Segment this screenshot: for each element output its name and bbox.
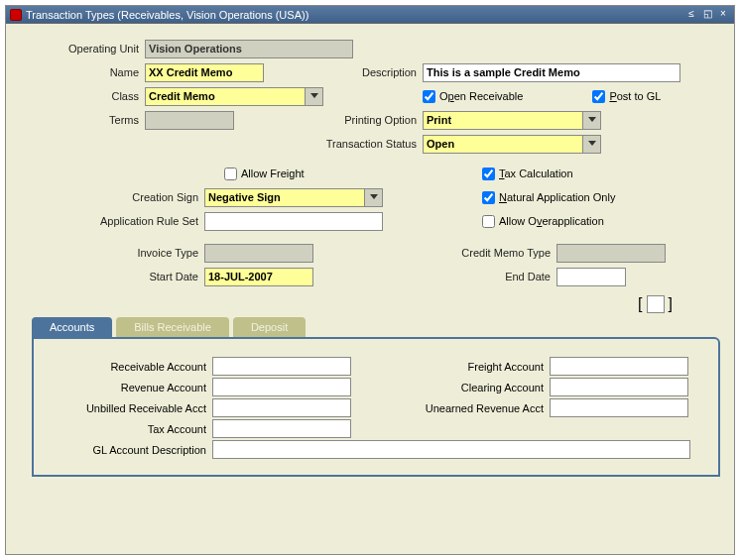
terms-label: Terms [26,114,145,126]
end-date-label: End Date [313,271,556,282]
natural-application-input[interactable] [482,191,495,204]
application-rule-set-field[interactable] [204,212,383,231]
unbilled-receivable-acct-label: Unbilled Receivable Acct [54,402,212,414]
credit-memo-type-field[interactable] [556,244,666,263]
creation-sign-select[interactable] [204,188,383,207]
receivable-account-field[interactable] [212,357,351,376]
tab-deposit[interactable]: Deposit [233,317,306,337]
post-to-gl-checkbox[interactable]: Post to GL [592,90,661,103]
tax-account-label: Tax Account [54,423,212,435]
open-receivable-checkbox[interactable]: Open Receivable [423,90,523,103]
printing-option-select[interactable] [423,111,601,130]
gl-account-description-label: GL Account Description [54,444,212,456]
allow-freight-checkbox[interactable]: Allow Freight [224,168,423,180]
transaction-types-window: Transaction Types (Receivables, Vision O… [5,5,735,555]
tax-account-field[interactable] [212,419,351,438]
open-receivable-input[interactable] [423,90,435,103]
terms-field[interactable] [145,111,234,130]
oracle-logo-icon [10,9,22,21]
post-to-gl-input[interactable] [592,90,605,103]
close-button[interactable]: × [716,8,730,22]
end-date-field[interactable] [556,268,626,286]
maximize-button[interactable]: ◱ [700,8,714,22]
tab-bills-receivable[interactable]: Bills Receivable [116,317,229,337]
natural-application-checkbox[interactable]: Natural Application Only [482,191,615,204]
form-area: Operating Unit Name Description Class Op… [6,24,734,313]
tab-bar: Accounts Bills Receivable Deposit [32,317,720,337]
receivable-account-label: Receivable Account [54,361,212,373]
allow-overapplication-checkbox[interactable]: Allow Overapplication [482,215,604,228]
revenue-account-label: Revenue Account [54,382,212,393]
name-field[interactable] [145,63,264,82]
clearing-account-field[interactable] [550,378,688,396]
class-select[interactable] [145,87,323,106]
tax-calculation-checkbox[interactable]: Tax Calculation [482,168,573,180]
gl-account-description-field[interactable] [212,440,690,459]
tab-accounts[interactable]: Accounts [32,317,112,337]
invoice-type-field[interactable] [204,244,313,263]
titlebar: Transaction Types (Receivables, Vision O… [6,6,734,24]
clearing-account-label: Clearing Account [351,382,550,393]
freight-account-field[interactable] [550,357,688,376]
minimize-button[interactable]: ≤ [684,8,698,22]
start-date-label: Start Date [26,271,204,282]
unbilled-receivable-acct-field[interactable] [212,398,351,417]
operating-unit-field[interactable] [145,40,353,58]
transaction-status-select[interactable] [423,135,601,154]
creation-sign-label: Creation Sign [26,191,204,203]
transaction-status-label: Transaction Status [234,138,423,150]
printing-option-label: Printing Option [234,114,423,126]
bracket-indicator: [ ] [26,295,714,313]
bracket-field[interactable] [647,295,665,313]
window-title: Transaction Types (Receivables, Vision O… [26,9,682,21]
class-label: Class [26,90,145,102]
invoice-type-label: Invoice Type [26,247,204,259]
operating-unit-label: Operating Unit [26,43,145,55]
name-label: Name [26,66,145,78]
unearned-revenue-acct-label: Unearned Revenue Acct [351,402,550,414]
allow-freight-input[interactable] [224,168,237,180]
revenue-account-field[interactable] [212,378,351,396]
allow-overapplication-input[interactable] [482,215,495,228]
unearned-revenue-acct-field[interactable] [550,398,688,417]
description-label: Description [264,66,423,78]
freight-account-label: Freight Account [351,361,550,373]
application-rule-set-label: Application Rule Set [26,215,204,227]
description-field[interactable] [423,63,680,82]
tax-calculation-input[interactable] [482,168,495,180]
start-date-field[interactable] [204,268,313,286]
credit-memo-type-label: Credit Memo Type [313,247,556,259]
accounts-panel: Receivable Account Freight Account Reven… [32,337,720,477]
